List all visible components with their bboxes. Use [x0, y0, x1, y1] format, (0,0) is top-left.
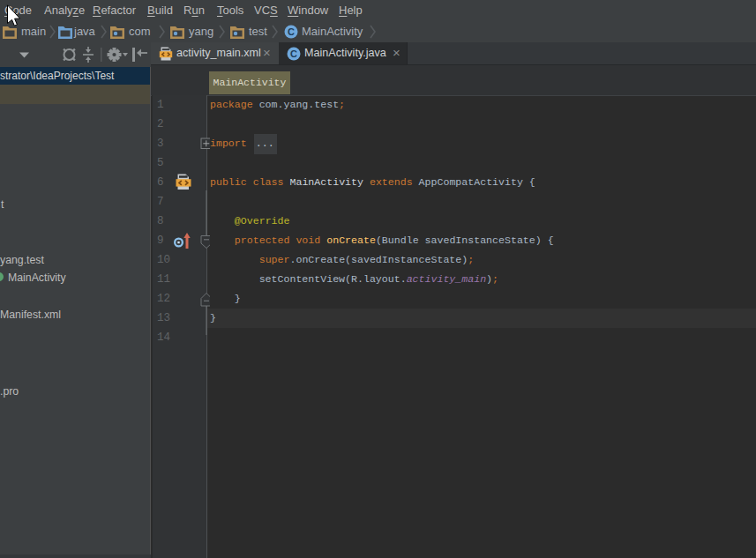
svg-text:C: C — [290, 48, 297, 59]
svg-text:C: C — [288, 26, 295, 37]
